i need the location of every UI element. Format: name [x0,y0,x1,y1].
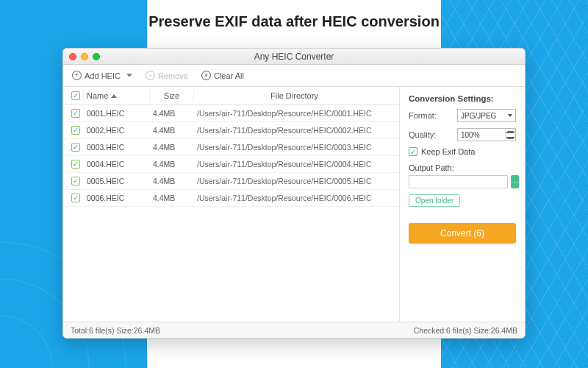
row-checkbox-cell [68,126,84,135]
row-checkbox[interactable] [71,126,80,135]
status-total: Total:6 file(s) Size:26.4MB [71,326,160,335]
minus-icon: − [146,71,155,80]
chevron-down-icon [508,114,512,117]
convert-button[interactable]: Convert (6) [409,223,516,244]
status-checked: Checked:6 file(s) Size:26.4MB [414,326,517,335]
row-checkbox[interactable] [71,160,80,169]
row-directory: /Users/air-711/Desktop/Resource/HEIC/000… [194,109,395,118]
quality-spin [505,129,515,141]
row-checkbox-cell [68,177,84,185]
row-directory: /Users/air-711/Desktop/Resource/HEIC/000… [194,126,395,135]
row-size: 4.4MB [150,143,194,152]
toolbar: + Add HEIC − Remove × Clear All [63,65,525,87]
row-name: 0002.HEIC [84,126,150,135]
app-window: Any HEIC Converter + Add HEIC − Remove ×… [62,48,526,339]
keep-exif-label: Keep Exif Data [421,147,475,156]
chevron-up-icon [506,131,515,133]
row-name: 0001.HEIC [84,109,150,118]
table-row[interactable]: 0004.HEIC4.4MB/Users/air-711/Desktop/Res… [63,156,399,173]
header-size[interactable]: Size [150,90,194,102]
browse-button[interactable]: ··· [511,175,519,188]
row-name: 0004.HEIC [84,160,150,169]
window-title: Any HEIC Converter [63,52,525,62]
row-size: 4.4MB [150,194,194,202]
row-checkbox-cell [68,109,84,118]
quality-down-button[interactable] [506,135,515,141]
row-checkbox-cell [68,143,84,152]
table-body: 0001.HEIC4.4MB/Users/air-711/Desktop/Res… [63,105,399,322]
settings-title: Conversion Settings: [409,94,516,103]
settings-panel: Conversion Settings: Format: JPG/JPEG Qu… [400,87,525,322]
row-checkbox[interactable] [71,177,80,185]
row-size: 4.4MB [150,177,194,185]
row-size: 4.4MB [150,160,194,169]
row-directory: /Users/air-711/Desktop/Resource/HEIC/000… [194,160,395,169]
table-row[interactable]: 0006.HEIC4.4MB/Users/air-711/Desktop/Res… [63,190,399,207]
format-select[interactable]: JPG/JPEG [457,109,516,122]
ellipsis-icon: ··· [511,178,519,186]
table-row[interactable]: 0005.HEIC4.4MB/Users/air-711/Desktop/Res… [63,173,399,190]
chevron-down-icon [126,74,132,77]
row-size: 4.4MB [150,109,194,118]
keep-exif-row: Keep Exif Data [409,147,516,156]
table-row[interactable]: 0003.HEIC4.4MB/Users/air-711/Desktop/Res… [63,139,399,156]
row-size: 4.4MB [150,126,194,135]
plus-icon: + [72,71,82,80]
sort-ascending-icon [111,94,117,98]
row-directory: /Users/air-711/Desktop/Resource/HEIC/000… [194,177,395,185]
output-path-input[interactable] [409,175,508,188]
chevron-down-icon [506,137,515,139]
format-value: JPG/JPEG [461,112,496,120]
output-path-label: Output Path: [409,163,516,172]
quality-row: Quality: 100% [409,128,516,141]
add-heic-label: Add HEIC [85,71,121,80]
table-row[interactable]: 0002.HEIC4.4MB/Users/air-711/Desktop/Res… [63,122,399,139]
output-path-row: ··· [409,175,516,188]
table-row[interactable]: 0001.HEIC4.4MB/Users/air-711/Desktop/Res… [63,105,399,122]
row-checkbox[interactable] [71,143,80,152]
header-directory[interactable]: File Directory [194,90,395,102]
row-checkbox-cell [68,194,84,202]
x-icon: × [201,71,211,80]
quality-up-button[interactable] [506,129,515,135]
open-folder-button[interactable]: Open folder [409,194,460,207]
header-name-label: Name [87,91,108,100]
row-checkbox[interactable] [71,194,80,202]
format-row: Format: JPG/JPEG [409,109,516,122]
table-header: Name Size File Directory [63,87,399,105]
quality-stepper[interactable]: 100% [457,128,516,141]
headline: Preserve EXIF data after HEIC conversion [0,0,588,30]
format-label: Format: [409,111,437,120]
row-name: 0006.HEIC [84,194,150,202]
quality-label: Quality: [409,130,436,139]
header-checkbox-cell [68,90,84,102]
quality-value: 100% [458,131,505,139]
add-heic-button[interactable]: + Add HEIC [69,69,135,82]
row-directory: /Users/air-711/Desktop/Resource/HEIC/000… [194,143,395,152]
titlebar: Any HEIC Converter [63,49,525,65]
row-checkbox-cell [68,160,84,169]
row-checkbox[interactable] [71,109,80,118]
window-body: Name Size File Directory 0001.HEIC4.4MB/… [63,87,525,322]
row-name: 0005.HEIC [84,177,150,185]
remove-label: Remove [158,71,188,80]
keep-exif-checkbox[interactable] [409,147,417,156]
status-bar: Total:6 file(s) Size:26.4MB Checked:6 fi… [63,322,525,338]
select-all-checkbox[interactable] [71,91,80,100]
header-name[interactable]: Name [84,90,150,102]
row-name: 0003.HEIC [84,143,150,152]
row-directory: /Users/air-711/Desktop/Resource/HEIC/000… [194,194,395,202]
clear-all-label: Clear All [214,71,244,80]
clear-all-button[interactable]: × Clear All [198,69,247,82]
file-table: Name Size File Directory 0001.HEIC4.4MB/… [63,87,400,322]
remove-button[interactable]: − Remove [143,69,191,82]
